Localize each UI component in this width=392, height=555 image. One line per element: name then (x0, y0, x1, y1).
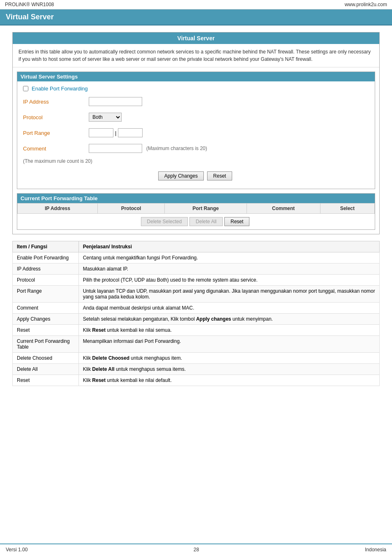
footer-version: Versi 1.00 (6, 547, 28, 553)
port-range-group: | (89, 128, 143, 137)
panel-description: Entries in this table allow you to autom… (13, 44, 379, 67)
ip-address-row: IP Address (23, 96, 369, 107)
comment-input[interactable] (89, 144, 142, 153)
settings-section: Virtual Server Settings Enable Port Forw… (17, 72, 375, 189)
delete-all-button[interactable]: Delete All (189, 217, 223, 226)
footer-page: 28 (194, 547, 199, 553)
panel-title: Virtual Server (13, 32, 379, 44)
port-range-row: Port Range | (23, 127, 369, 139)
section-title-bar: Virtual Server (0, 9, 392, 25)
comment-label: Comment (23, 146, 89, 152)
protocol-row: Protocol Both TCP UDP (23, 111, 369, 123)
col-select: Select (320, 204, 374, 214)
info-description-cell: Pilih the protocol (TCP, UDP atau Both) … (78, 275, 379, 286)
enable-port-forwarding-checkbox[interactable] (23, 86, 28, 91)
comment-row: Comment (Maximum characters is 20) (23, 143, 369, 154)
section-title: Virtual Server (6, 13, 54, 21)
info-item-cell: Apply Changes (13, 314, 79, 325)
info-item-cell: Protocol (13, 275, 79, 286)
info-description-cell: Masukkan alamat IP. (78, 264, 379, 275)
port-range-separator: | (115, 130, 116, 136)
info-item-cell: Delete Choosed (13, 353, 79, 364)
col-comment: Comment (247, 204, 320, 214)
info-description-cell: Untuk layanan TCP dan UDP, masukkan port… (78, 286, 379, 303)
info-col-description: Penjelasan/ Instruksi (78, 241, 379, 252)
col-protocol: Protocol (97, 204, 164, 214)
current-port-forwarding-table-section: Current Port Forwarding Table IP Address… (17, 193, 375, 230)
info-table-row: Port RangeUntuk layanan TCP dan UDP, mas… (13, 286, 380, 303)
delete-selected-button[interactable]: Delete Selected (141, 217, 188, 226)
enable-port-forwarding-label: Enable Port Forwarding (32, 86, 88, 92)
settings-body: Enable Port Forwarding IP Address Protoc… (17, 81, 375, 189)
protocol-select[interactable]: Both TCP UDP (89, 113, 122, 122)
reset-button[interactable]: Reset (207, 171, 232, 180)
info-item-cell: Port Range (13, 286, 79, 303)
info-table-row: Delete AllKlik Delete All untuk menghapu… (13, 364, 380, 375)
info-table-header-row: Item / Fungsi Penjelasan/ Instruksi (13, 241, 380, 252)
table-section-title: Current Port Forwarding Table (17, 194, 375, 203)
info-table-row: ResetKlik Reset untuk kembali ke nilai s… (13, 325, 380, 336)
info-item-cell: Reset (13, 325, 79, 336)
info-description-cell: Anda dapat membuat deskripsi untuk alama… (78, 303, 379, 314)
table-reset-button[interactable]: Reset (224, 217, 249, 226)
info-description-cell: Klik Delete All untuk menghapus semua it… (78, 364, 379, 375)
protocol-label: Protocol (23, 114, 89, 120)
info-description-cell: Menampilkan informasi dari Port Forwardi… (78, 336, 379, 353)
info-table-body: Enable Port ForwardingCentang untuk meng… (13, 252, 380, 386)
info-col-item: Item / Fungsi (13, 241, 79, 252)
info-description-cell: Klik Reset untuk kembali ke nilai defaul… (78, 375, 379, 386)
info-table-row: CommentAnda dapat membuat deskripsi untu… (13, 303, 380, 314)
port-range-end-input[interactable] (118, 128, 143, 137)
info-description-cell: Klik Delete Choosed untuk menghapus item… (78, 353, 379, 364)
port-range-start-input[interactable] (89, 128, 113, 137)
info-table-row: Enable Port ForwardingCentang untuk meng… (13, 252, 380, 264)
settings-section-title: Virtual Server Settings (17, 72, 375, 81)
info-table: Item / Fungsi Penjelasan/ Instruksi Enab… (12, 241, 380, 386)
max-rule-note: (The maximum rule count is 20) (23, 158, 369, 164)
info-table-row: ProtocolPilih the protocol (TCP, UDP ata… (13, 275, 380, 286)
info-item-cell: Enable Port Forwarding (13, 252, 79, 264)
info-item-cell: Current Port Forwarding Table (13, 336, 79, 353)
info-table-row: Apply ChangesSetelah selesai melakukan p… (13, 314, 380, 325)
info-description-cell: Centang untuk mengaktifkan fungsi Port F… (78, 252, 379, 264)
ip-address-input[interactable] (89, 97, 142, 106)
info-table-row: Current Port Forwarding TableMenampilkan… (13, 336, 380, 353)
page-footer: Versi 1.00 28 Indonesia (0, 543, 392, 555)
main-content: Virtual Server Entries in this table all… (0, 25, 392, 393)
apply-changes-button[interactable]: Apply Changes (158, 171, 204, 180)
info-description-cell: Setelah selesai melakukan pengaturan, Kl… (78, 314, 379, 325)
enable-port-forwarding-row: Enable Port Forwarding (23, 86, 369, 92)
port-forwarding-table: IP Address Protocol Port Range Comment S… (17, 203, 375, 214)
info-item-cell: IP Address (13, 264, 79, 275)
ip-address-label: IP Address (23, 99, 89, 105)
port-range-label: Port Range (23, 130, 89, 136)
info-table-row: ResetKlik Reset untuk kembali ke nilai d… (13, 375, 380, 386)
info-item-cell: Delete All (13, 364, 79, 375)
comment-hint: (Maximum characters is 20) (146, 146, 207, 151)
col-port-range: Port Range (165, 204, 247, 214)
website-label: www.prolink2u.com (345, 2, 387, 7)
page-header: PROLiNK® WNR1008 www.prolink2u.com (0, 0, 392, 9)
info-table-row: Delete ChoosedKlik Delete Choosed untuk … (13, 353, 380, 364)
info-item-cell: Reset (13, 375, 79, 386)
brand-label: PROLiNK® WNR1008 (5, 2, 54, 7)
col-ip-address: IP Address (18, 204, 98, 214)
virtual-server-panel: Virtual Server Entries in this table all… (12, 32, 380, 234)
table-header-row: IP Address Protocol Port Range Comment S… (18, 204, 375, 214)
footer-language: Indonesia (365, 547, 386, 553)
info-description-cell: Klik Reset untuk kembali ke nilai semua. (78, 325, 379, 336)
info-item-cell: Comment (13, 303, 79, 314)
table-button-row: Delete Selected Delete All Reset (17, 214, 375, 229)
settings-button-row: Apply Changes Reset (23, 169, 369, 185)
info-table-row: IP AddressMasukkan alamat IP. (13, 264, 380, 275)
